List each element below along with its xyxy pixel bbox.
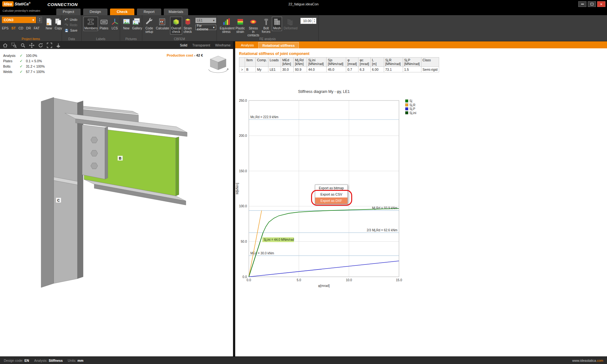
group-label-project-items: Project items <box>0 37 62 41</box>
svg-text:0.0: 0.0 <box>247 278 251 282</box>
column-header[interactable]: Sjs[MNm/rad] <box>327 58 346 67</box>
maximize-icon <box>591 3 593 5</box>
mode-fat[interactable]: FAT <box>34 26 40 30</box>
column-web <box>54 98 77 283</box>
svg-text:5.0: 5.0 <box>297 278 301 282</box>
spinner-arrows[interactable]: ▲▼ <box>312 18 316 24</box>
column-header[interactable]: φ[mrad] <box>346 58 359 67</box>
column-header[interactable]: Sj,R[MNm/rad] <box>384 58 403 67</box>
mode-st[interactable]: ST <box>11 26 15 30</box>
3d-viewport[interactable]: Analysis✓100.0% Plates✓0.1 < 5.0% Bolts✓… <box>0 49 233 356</box>
column-header[interactable]: Class <box>421 58 439 67</box>
zoom-window-icon[interactable] <box>11 43 17 48</box>
tab-project[interactable]: Project <box>56 9 81 15</box>
column-header[interactable]: L[m] <box>371 58 384 67</box>
plastic-strain-button[interactable]: Plastic strain <box>235 17 246 34</box>
row-expander[interactable]: > <box>239 67 245 72</box>
zoom-icon[interactable] <box>20 43 26 48</box>
tab-report[interactable]: Report <box>137 9 161 15</box>
column-header[interactable]: Sj,P[MNm/rad] <box>403 58 421 67</box>
project-item-select[interactable]: CON3 ▾ <box>2 17 36 23</box>
members-toggle-button[interactable]: Members <box>83 17 98 31</box>
column-header[interactable]: MEd[kNm] <box>281 58 294 67</box>
column-header[interactable]: Sj,ini[MNm/rad] <box>307 58 327 67</box>
plates-toggle-button[interactable]: Plates <box>99 17 109 31</box>
undo-button[interactable]: ↶Undo <box>64 17 79 22</box>
new-project-item-button[interactable]: New <box>45 17 53 31</box>
deformed-mesh-icon <box>286 18 294 26</box>
stress-in-contacts-button[interactable]: Stress in contacts <box>247 17 260 38</box>
svg-text:Sj,P: Sj,P <box>409 107 415 111</box>
column-header[interactable]: Comp. <box>256 58 268 67</box>
minimize-button[interactable] <box>578 1 586 7</box>
gallery-button[interactable]: Gallery <box>131 17 141 31</box>
copy-project-item-button[interactable]: Copy <box>54 17 63 31</box>
table-row[interactable]: >BMyLE130.093.944.045.00.76.36.0073.11.5… <box>239 67 439 72</box>
display-mode-wireframe[interactable]: Wireframe <box>215 43 230 47</box>
bolt-icon <box>262 18 270 26</box>
mode-eps[interactable]: EPS <box>2 26 9 30</box>
display-mode-transparent[interactable]: Transparent <box>192 43 210 47</box>
tab-rotational-stiffness[interactable]: Rotational stiffness <box>258 42 299 48</box>
mode-cd[interactable]: CD <box>18 26 23 30</box>
project-item-stepper[interactable]: ▲▼ <box>37 17 42 23</box>
lcs-toggle-button[interactable]: LCS <box>110 17 120 31</box>
i-beam-icon <box>87 18 95 26</box>
svg-text:250.0: 250.0 <box>239 99 247 102</box>
strain-check-button[interactable]: Strain check <box>183 17 193 34</box>
close-button[interactable]: ✕ <box>597 1 605 7</box>
load-effect-select[interactable]: LE1▾ <box>195 18 216 23</box>
redo-button[interactable]: ↷Redo <box>64 22 79 27</box>
tab-check[interactable]: Check <box>110 9 134 15</box>
zoom-fit-icon[interactable] <box>47 43 52 48</box>
deformation-scale-input[interactable]: 10.00 ▲▼ <box>300 18 316 24</box>
calculate-button[interactable]: Calculate <box>155 17 169 31</box>
column-header[interactable]: Loads <box>268 58 281 67</box>
equivalent-stress-button[interactable]: Equivalent stress <box>219 17 234 34</box>
3d-model[interactable]: B C <box>0 49 233 356</box>
title-bar: Idea StatiCa® Calculate yesterday's esti… <box>0 0 607 15</box>
results-tab-bar: Analysis Rotational stiffness <box>235 41 607 48</box>
maximize-button[interactable] <box>588 1 596 7</box>
group-label-cbfem: CBFEM <box>142 37 217 41</box>
column-header[interactable]: Mj,Rd[kNm] <box>294 58 307 67</box>
menu-item-export-bitmap[interactable]: Export as bitmap <box>315 185 347 191</box>
svg-text:2/3 Mj,Rd = 62.6 kNm: 2/3 Mj,Rd = 62.6 kNm <box>367 228 397 232</box>
column-header[interactable]: φc[mrad] <box>358 58 371 67</box>
chevron-down-icon: ▾ <box>213 19 215 22</box>
rotate-icon[interactable] <box>38 43 43 48</box>
extreme-select[interactable]: For extreme▾ <box>195 25 216 30</box>
abacus-icon <box>158 18 166 26</box>
pan-icon[interactable] <box>29 43 34 48</box>
undo-icon: ↶ <box>64 17 68 22</box>
column-header[interactable]: Item <box>245 58 256 67</box>
svg-text:15.0: 15.0 <box>396 278 402 282</box>
section-plane-icon[interactable] <box>56 43 61 48</box>
minimize-icon <box>581 4 584 4</box>
table-cell: 44.0 <box>307 67 327 72</box>
end-plate-edge <box>105 127 108 179</box>
table-cell: 1.5 <box>403 67 421 72</box>
mesh-icon <box>273 18 281 26</box>
display-mode-solid[interactable]: Solid <box>180 43 187 47</box>
deformed-button[interactable]: Deformed <box>283 17 297 31</box>
overall-check-button[interactable]: Overall check <box>170 17 182 34</box>
results-heading: Rotational stiffness of joint component <box>239 52 310 56</box>
arrow-down-icon: ▼ <box>39 20 41 22</box>
bolt-forces-button[interactable]: Bolt forces <box>261 17 271 34</box>
group-label-data: Data <box>62 37 81 41</box>
results-panel: Analysis Rotational stiffness Rotational… <box>235 41 607 356</box>
mesh-button[interactable]: Mesh <box>272 17 282 31</box>
tab-analysis-results[interactable]: Analysis <box>237 42 258 48</box>
tab-design[interactable]: Design <box>83 9 107 15</box>
menu-item-export-csv[interactable]: Export as CSV <box>315 191 347 197</box>
new-picture-button[interactable]: New <box>122 17 131 31</box>
ribbon-group-pictures: New Gallery Pictures <box>120 15 142 41</box>
code-setup-button[interactable]: Code setup <box>144 17 154 34</box>
home-view-icon[interactable] <box>3 43 8 48</box>
tab-materials[interactable]: Materials <box>164 9 188 15</box>
mode-dr[interactable]: DR <box>26 26 31 30</box>
save-button[interactable]: Save <box>64 28 79 33</box>
menu-item-export-dxf[interactable]: Export as DXF <box>315 197 347 204</box>
website-link[interactable]: www.ideastatica.com <box>572 359 603 362</box>
